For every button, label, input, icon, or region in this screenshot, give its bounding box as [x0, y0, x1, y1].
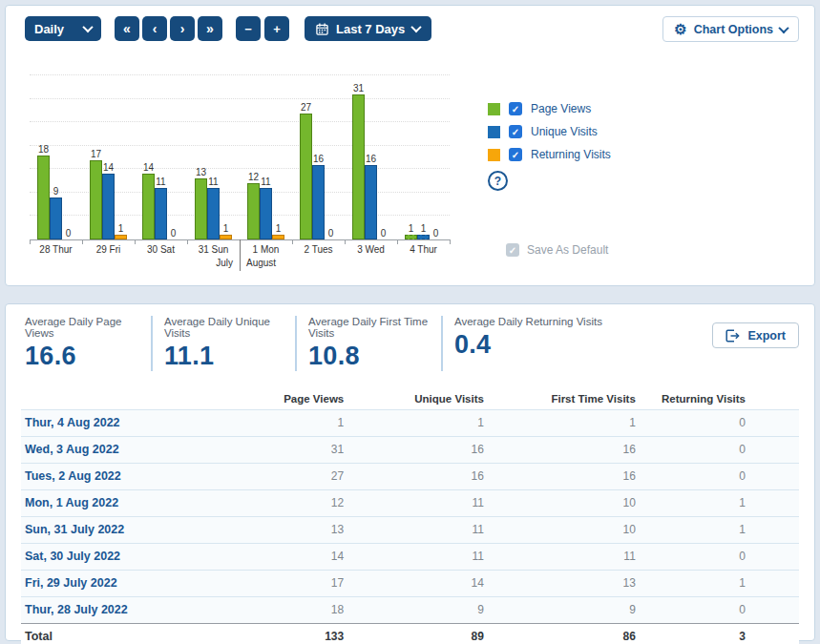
x-axis-label: 28 Thur	[30, 244, 82, 255]
row-value: 14	[344, 571, 484, 597]
table-row: Fri, 29 July 20221714131	[21, 571, 799, 597]
chart-toolbar: Daily « ‹ › » − + Last 7 Days	[25, 16, 431, 41]
zoom-in-button[interactable]: +	[264, 16, 289, 41]
row-value: 0	[636, 544, 799, 571]
interval-select[interactable]: Daily	[25, 16, 101, 41]
table-row: Tues, 2 Aug 20222716160	[21, 464, 799, 490]
row-value: 0	[636, 464, 799, 490]
bar-value-label: 1	[276, 222, 282, 235]
stat-label: Average Daily Unique Visits	[164, 316, 295, 339]
next-button[interactable]: ›	[170, 16, 195, 41]
page-views-bar	[142, 174, 155, 239]
column-header: Page Views	[216, 388, 344, 410]
row-date: Fri, 29 July 2022	[21, 571, 216, 597]
bar-cell: 27	[300, 101, 312, 239]
row-date: Wed, 3 Aug 2022	[21, 437, 216, 464]
bar-value-label: 31	[353, 82, 364, 94]
bar-group: 31160	[345, 73, 397, 239]
returning-visits-bar	[272, 235, 284, 239]
row-value: 10	[484, 490, 636, 517]
bar-cell: 0	[325, 227, 337, 239]
month-divider-line	[240, 239, 241, 271]
bar-value-label: 18	[38, 143, 49, 156]
stat-block: Average Daily First Time Visits10.8	[295, 316, 441, 371]
row-value: 1	[636, 517, 799, 544]
previous-button[interactable]: ‹	[142, 16, 167, 41]
legend-label: Returning Visits	[531, 148, 611, 161]
row-value: 16	[344, 437, 484, 464]
zoom-out-button[interactable]: −	[236, 16, 261, 41]
bar-value-label: 0	[433, 227, 439, 239]
table-row: Sat, 30 July 20221411110	[21, 544, 799, 571]
chevron-down-icon	[82, 22, 93, 32]
legend-label: Page Views	[531, 102, 591, 115]
bar-group: 14110	[135, 73, 187, 239]
month-label-july: July	[149, 258, 233, 268]
x-axis-label: 3 Wed	[345, 244, 397, 255]
bar-cell: 0	[377, 227, 389, 239]
chevron-down-icon	[778, 22, 788, 32]
row-value: 27	[216, 464, 344, 490]
page-views-bar	[195, 178, 207, 239]
unique-visits-bar	[365, 165, 377, 239]
export-icon	[725, 329, 740, 343]
row-value: 9	[484, 597, 636, 624]
date-range-select[interactable]: Last 7 Days	[305, 16, 431, 41]
first-page-button[interactable]: «	[115, 16, 139, 41]
bar-cell: 14	[102, 161, 115, 239]
save-as-default-label: Save As Default	[527, 243, 608, 257]
bar-cell: 12	[247, 171, 260, 239]
stat-value: 11.1	[164, 342, 295, 371]
total-value: 86	[484, 624, 636, 644]
zoom-buttons: − +	[236, 16, 289, 41]
bar-cell: 0	[167, 227, 179, 239]
row-value: 18	[216, 597, 344, 624]
help-icon[interactable]: ?	[488, 171, 508, 191]
column-header: Returning Visits	[636, 388, 799, 410]
unique-visits-bar	[260, 188, 272, 239]
date-range-value: Last 7 Days	[336, 22, 405, 36]
legend-checkbox[interactable]: ✓	[509, 125, 522, 138]
row-date: Sat, 30 July 2022	[21, 544, 216, 571]
row-value: 1	[636, 571, 799, 597]
row-value: 16	[484, 437, 636, 464]
bar-cell: 16	[312, 153, 325, 239]
bar-value-label: 1	[421, 222, 427, 235]
bar-group: 12111	[240, 73, 292, 239]
x-axis-label: 31 Sun	[187, 244, 240, 255]
row-date: Tues, 2 Aug 2022	[21, 464, 216, 490]
row-value: 0	[636, 437, 799, 464]
table-row: Mon, 1 Aug 20221211101	[21, 490, 799, 517]
unique-visits-bar	[102, 174, 115, 239]
legend-checkbox[interactable]: ✓	[509, 148, 522, 161]
table-row: Thur, 28 July 202218990	[21, 597, 799, 624]
row-value: 10	[484, 517, 636, 544]
table-row: Sun, 31 July 20221311101	[21, 517, 799, 544]
last-page-button[interactable]: »	[198, 16, 222, 41]
export-button[interactable]: Export	[712, 322, 799, 348]
stat-label: Average Daily Returning Visits	[454, 316, 622, 327]
chart-options-button[interactable]: ⚙︎ Chart Options	[662, 16, 799, 42]
legend-swatch	[488, 149, 500, 161]
chevron-down-icon	[411, 22, 422, 32]
bar-cell: 1	[417, 222, 430, 239]
bar-value-label: 12	[248, 171, 259, 183]
legend-item: ✓Unique Visits	[488, 125, 611, 138]
row-value: 14	[216, 544, 344, 571]
chart-legend: ✓Page Views✓Unique Visits✓Returning Visi…	[488, 102, 611, 161]
total-row: Total13389863	[21, 624, 799, 644]
row-value: 31	[216, 437, 344, 464]
bar-cell: 14	[142, 161, 155, 239]
x-axis-label: 2 Tues	[292, 244, 345, 255]
bar-cell: 18	[37, 143, 50, 239]
month-label-august: August	[246, 258, 276, 268]
row-value: 16	[344, 464, 484, 490]
bar-cell: 16	[365, 153, 377, 239]
bar-cell: 1	[220, 222, 232, 239]
unique-visits-bar	[155, 188, 167, 239]
row-value: 13	[216, 517, 344, 544]
bar-cell: 1	[272, 222, 284, 239]
returning-visits-bar	[220, 235, 232, 239]
legend-checkbox[interactable]: ✓	[509, 102, 522, 115]
bar-cell: 11	[207, 176, 220, 239]
